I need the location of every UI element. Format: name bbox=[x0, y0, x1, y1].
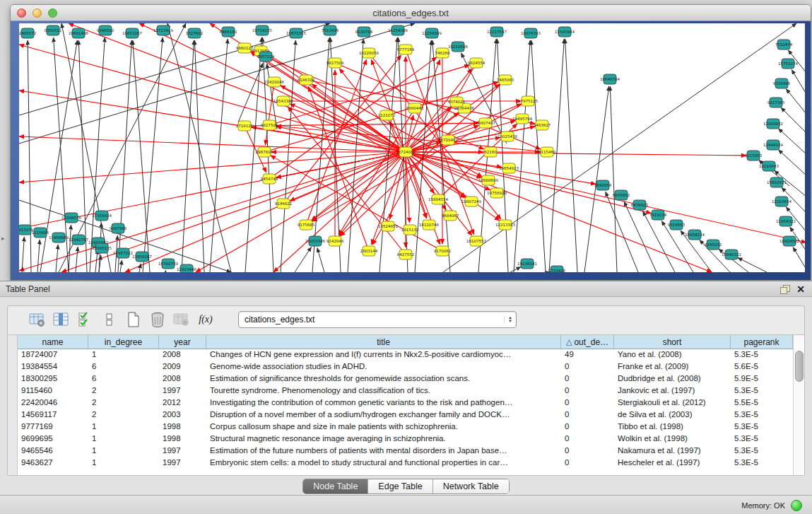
graph-node[interactable]: 1640954 bbox=[594, 180, 612, 190]
cell-in_degree[interactable]: 2 bbox=[88, 385, 159, 397]
cell-pagerank[interactable]: 5.3E-5 bbox=[731, 433, 793, 445]
graph-node[interactable]: 10653287 bbox=[122, 28, 142, 38]
cell-out_de[interactable]: 0 bbox=[561, 361, 614, 373]
graph-node[interactable]: 9097588 bbox=[110, 223, 127, 233]
graph-node[interactable]: 9684067 bbox=[442, 211, 459, 221]
graph-node[interactable]: 21053346 bbox=[305, 236, 325, 246]
cell-name[interactable]: 14569117 bbox=[18, 409, 88, 421]
cell-name[interactable]: 9777169 bbox=[18, 421, 88, 433]
cell-out_de[interactable]: 0 bbox=[561, 397, 614, 409]
graph-node[interactable]: 10719155 bbox=[252, 25, 272, 35]
cell-title[interactable]: Disruption of a novel member of a sodium… bbox=[206, 409, 561, 421]
float-panel-icon[interactable] bbox=[780, 285, 789, 293]
cell-pagerank[interactable]: 5.6E-5 bbox=[731, 361, 793, 373]
graph-node[interactable]: 11254386 bbox=[388, 25, 408, 35]
graph-node[interactable]: 9175685 bbox=[298, 220, 315, 230]
cell-pagerank[interactable]: 5.3E-5 bbox=[731, 409, 793, 421]
cell-year[interactable]: 2008 bbox=[159, 349, 206, 361]
cell-year[interactable]: 1998 bbox=[159, 421, 206, 433]
graph-node[interactable]: 6476922 bbox=[631, 200, 649, 210]
graph-node[interactable]: 12213383 bbox=[495, 220, 515, 230]
column-header-pagerank[interactable]: pagerank bbox=[731, 335, 793, 349]
table-row[interactable]: 946362711997Embryonic stem cells: a mode… bbox=[18, 457, 793, 469]
cell-name[interactable]: 19384554 bbox=[18, 361, 88, 373]
new-document-icon[interactable] bbox=[124, 310, 143, 329]
cell-short[interactable]: Tibbo et al. (1998) bbox=[614, 421, 731, 433]
graph-node[interactable]: 8350511 bbox=[45, 25, 62, 35]
graph-node[interactable]: 7513426 bbox=[322, 25, 339, 35]
graph-node[interactable]: 9242848 bbox=[326, 236, 344, 246]
panel-collapse-arrow[interactable]: ▸ bbox=[1, 235, 5, 242]
cell-short[interactable]: Nakamura et al. (1997) bbox=[614, 445, 731, 457]
graph-node[interactable]: 12923446 bbox=[177, 264, 196, 272]
graph-node[interactable]: 8454749 bbox=[261, 174, 278, 184]
graph-node[interactable]: 7957224 bbox=[257, 52, 275, 62]
graph-node[interactable]: 1733426 bbox=[548, 266, 566, 272]
graph-node[interactable]: 19654923 bbox=[499, 163, 519, 173]
cell-title[interactable]: Genome-wide association studies in ADHD. bbox=[206, 361, 561, 373]
cell-in_degree[interactable]: 1 bbox=[88, 349, 159, 361]
table-row[interactable]: 1938455462009Genome-wide association stu… bbox=[18, 361, 793, 373]
cell-in_degree[interactable]: 6 bbox=[88, 361, 159, 373]
cell-year[interactable]: 2008 bbox=[159, 373, 206, 385]
delete-table-icon[interactable] bbox=[172, 310, 192, 329]
cell-title[interactable]: Embryonic stem cells: a model to study s… bbox=[206, 457, 561, 469]
table-select-dropdown[interactable]: citations_edges.txt ▲▼ bbox=[238, 311, 517, 328]
graph-node[interactable]: 746266 bbox=[435, 48, 450, 58]
cell-title[interactable]: Estimation of the future numbers of pati… bbox=[206, 445, 561, 457]
delete-icon[interactable] bbox=[148, 310, 167, 329]
graph-node[interactable]: 11543904 bbox=[555, 27, 575, 37]
graph-node[interactable]: 7510474 bbox=[775, 40, 793, 49]
cell-year[interactable]: 2012 bbox=[159, 397, 206, 409]
graph-node[interactable]: 62160 bbox=[484, 147, 497, 157]
cell-short[interactable]: Wolkin et al. (1998) bbox=[614, 433, 731, 445]
cell-short[interactable]: Yano et al. (2008) bbox=[614, 349, 731, 361]
cell-year[interactable]: 1997 bbox=[159, 457, 206, 469]
cell-pagerank[interactable]: 5.3E-5 bbox=[731, 349, 793, 361]
cell-out_de[interactable]: 0 bbox=[561, 385, 614, 397]
table-row[interactable]: 977716911998Corpus callosum shape and si… bbox=[18, 421, 793, 433]
network-canvas[interactable]: 1872400791154609463627179751257485063982… bbox=[19, 23, 805, 272]
cell-name[interactable]: 9465546 bbox=[18, 445, 88, 457]
graph-node[interactable]: 9374021 bbox=[448, 97, 466, 107]
graph-node[interactable]: 7919234 bbox=[649, 210, 667, 220]
close-panel-icon[interactable]: ✕ bbox=[796, 285, 805, 293]
cell-out_de[interactable]: 0 bbox=[561, 433, 614, 445]
tab-network-table[interactable]: Network Table bbox=[433, 479, 509, 493]
window-titlebar[interactable]: citations_edges.txt bbox=[11, 5, 811, 21]
graph-node[interactable]: 9227343 bbox=[767, 98, 785, 107]
graph-node[interactable]: 19495794 bbox=[512, 114, 532, 124]
cell-in_degree[interactable]: 2 bbox=[88, 409, 159, 421]
cell-pagerank[interactable]: 5.3E-5 bbox=[731, 445, 793, 457]
table-row[interactable]: 946554611997Estimation of the future num… bbox=[18, 445, 793, 457]
graph-node[interactable]: 17359924 bbox=[92, 211, 112, 221]
graph-node[interactable]: 18107553 bbox=[466, 236, 486, 246]
scrollbar-thumb[interactable] bbox=[795, 351, 804, 382]
column-header-title[interactable]: title bbox=[206, 335, 561, 349]
graph-node[interactable]: 12444154 bbox=[763, 140, 783, 150]
column-header-out_de[interactable]: △out_de… bbox=[561, 335, 614, 349]
cell-year[interactable]: 1997 bbox=[159, 445, 206, 457]
graph-node[interactable]: 9463627 bbox=[534, 120, 551, 130]
graph-node[interactable]: 16782759 bbox=[158, 259, 178, 269]
cell-short[interactable]: Stergiakouli et al. (2012) bbox=[614, 397, 731, 409]
cell-pagerank[interactable]: 5.9E-5 bbox=[731, 373, 793, 385]
cell-title[interactable]: Structural magnetic resonance image aver… bbox=[206, 433, 561, 445]
graph-node[interactable]: 12093832 bbox=[763, 119, 783, 129]
graph-node[interactable]: 15884554 bbox=[428, 194, 448, 204]
graph-node[interactable]: 15751074 bbox=[778, 59, 798, 69]
cell-in_degree[interactable]: 1 bbox=[88, 433, 159, 445]
graph-node[interactable]: 7485063 bbox=[497, 75, 514, 85]
graph-node[interactable]: 12254399 bbox=[422, 28, 442, 38]
cell-short[interactable]: Jankovic et al. (1997) bbox=[614, 385, 731, 397]
rows-icon[interactable] bbox=[100, 310, 119, 329]
cell-year[interactable]: 2003 bbox=[159, 409, 206, 421]
cell-title[interactable]: Investigating the contribution of common… bbox=[206, 397, 561, 409]
graph-node[interactable]: 9245032 bbox=[705, 240, 722, 250]
table-row[interactable]: 1872400712008Changes of HCN gene express… bbox=[18, 349, 793, 361]
table-row[interactable]: 969969511998Structural magnetic resonanc… bbox=[18, 433, 793, 445]
graph-node[interactable]: 9170061 bbox=[434, 246, 452, 256]
graph-node[interactable]: 19218586 bbox=[448, 42, 468, 52]
cell-out_de[interactable]: 0 bbox=[561, 409, 614, 421]
graph-node[interactable]: 10974393 bbox=[521, 28, 541, 38]
